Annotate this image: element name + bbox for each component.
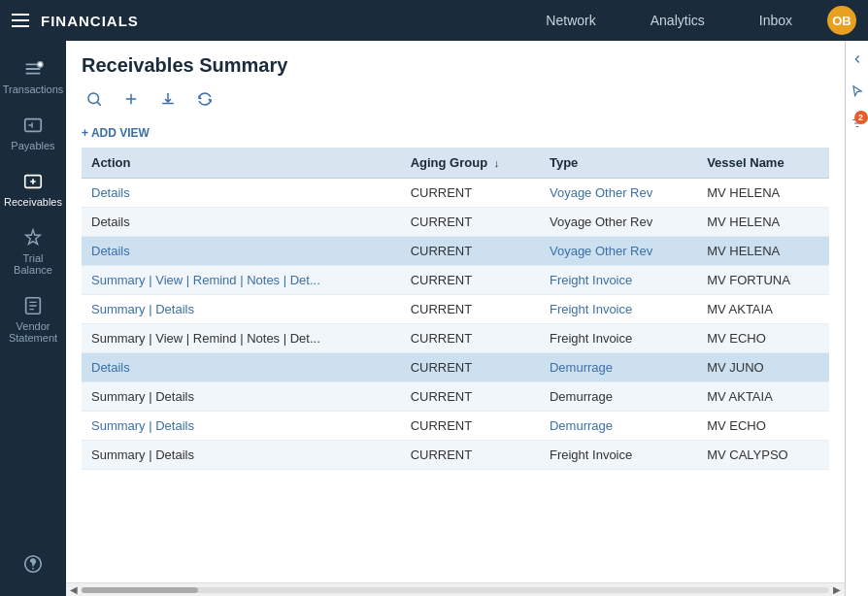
- type-cell: Freight Invoice: [540, 441, 697, 470]
- type-cell[interactable]: Freight Invoice: [540, 295, 697, 324]
- search-button[interactable]: [82, 86, 107, 112]
- aging-group-cell: CURRENT: [401, 237, 540, 266]
- nav-network[interactable]: Network: [518, 0, 622, 41]
- right-panel-expand[interactable]: [849, 49, 866, 73]
- vessel-name-cell: MV HELENA: [697, 179, 829, 208]
- table-row: Summary | DetailsCURRENTFreight InvoiceM…: [82, 295, 829, 324]
- svg-point-6: [88, 93, 99, 104]
- aging-group-cell: CURRENT: [401, 412, 540, 441]
- layout: Transactions Payables Receivables Trial …: [0, 41, 868, 596]
- vessel-name-cell: MV ECHO: [697, 412, 829, 441]
- table-container: Action Aging Group ↓ Type Vessel Name De…: [66, 148, 845, 582]
- add-view-bar: + ADD VIEW: [66, 121, 845, 148]
- sidebar-item-payables[interactable]: Payables: [0, 105, 66, 161]
- scroll-track[interactable]: [82, 587, 829, 593]
- type-cell[interactable]: Freight Invoice: [540, 266, 697, 295]
- right-panel-filter[interactable]: 2: [849, 113, 866, 137]
- hamburger-menu[interactable]: [12, 14, 29, 27]
- right-panel: 2: [845, 41, 868, 596]
- vessel-name-cell: MV ECHO: [697, 324, 829, 353]
- top-nav: FINANCIALS Network Analytics Inbox OB: [0, 0, 868, 41]
- vessel-name-cell: MV HELENA: [697, 208, 829, 237]
- action-cell[interactable]: Summary | Details: [82, 412, 401, 441]
- vessel-name-cell: MV CALYPSO: [697, 441, 829, 470]
- svg-rect-1: [25, 119, 42, 132]
- nav-analytics[interactable]: Analytics: [623, 0, 732, 41]
- download-button[interactable]: [155, 86, 181, 112]
- table-row: Summary | View | Remind | Notes | Det...…: [82, 324, 829, 353]
- sidebar-label-trial-balance: Trial Balance: [4, 252, 62, 276]
- aging-group-cell: CURRENT: [401, 382, 540, 412]
- sidebar-label-vendor-statement: Vendor Statement: [4, 320, 62, 344]
- page-header: Receivables Summary: [66, 41, 845, 121]
- vessel-name-cell: MV AKTAIA: [697, 382, 829, 412]
- right-panel-pointer[interactable]: [849, 81, 866, 105]
- sidebar-label-receivables: Receivables: [4, 196, 62, 208]
- vessel-name-cell: MV FORTUNA: [697, 266, 829, 295]
- type-cell[interactable]: Voyage Other Rev: [540, 237, 697, 266]
- col-type: Type: [540, 148, 697, 179]
- action-cell: Summary | View | Remind | Notes | Det...: [82, 324, 401, 353]
- type-cell: Voyage Other Rev: [540, 208, 697, 237]
- type-cell[interactable]: Demurrage: [540, 353, 697, 382]
- main-content: Receivables Summary + ADD VIEW: [66, 41, 845, 596]
- action-cell[interactable]: Summary | View | Remind | Notes | Det...: [82, 266, 401, 295]
- table-row: DetailsCURRENTVoyage Other RevMV HELENA: [82, 179, 829, 208]
- action-cell: Summary | Details: [82, 441, 401, 470]
- type-cell[interactable]: Demurrage: [540, 412, 697, 441]
- action-cell: Summary | Details: [82, 382, 401, 412]
- toolbar: [82, 86, 829, 112]
- vessel-name-cell: MV AKTAIA: [697, 295, 829, 324]
- col-aging-group[interactable]: Aging Group ↓: [401, 148, 540, 179]
- receivables-table: Action Aging Group ↓ Type Vessel Name De…: [82, 148, 829, 470]
- action-cell[interactable]: Details: [82, 353, 401, 382]
- bottom-scrollbar: ◀ ▶: [66, 582, 845, 596]
- add-view-link[interactable]: + ADD VIEW: [82, 126, 150, 140]
- scroll-right-arrow[interactable]: ▶: [833, 584, 841, 595]
- type-cell: Freight Invoice: [540, 324, 697, 353]
- table-row: Summary | DetailsCURRENTFreight InvoiceM…: [82, 441, 829, 470]
- aging-group-cell: CURRENT: [401, 441, 540, 470]
- scroll-thumb[interactable]: [82, 587, 198, 593]
- sidebar: Transactions Payables Receivables Trial …: [0, 41, 66, 596]
- table-row: DetailsCURRENTVoyage Other RevMV HELENA: [82, 208, 829, 237]
- svg-rect-10: [162, 103, 174, 105]
- sort-icon-aging: ↓: [494, 157, 500, 169]
- action-cell[interactable]: Details: [82, 237, 401, 266]
- scroll-left-arrow[interactable]: ◀: [70, 584, 78, 595]
- nav-links: Network Analytics Inbox: [518, 0, 819, 41]
- sidebar-bottom: [18, 544, 48, 584]
- svg-line-7: [97, 102, 100, 105]
- aging-group-cell: CURRENT: [401, 324, 540, 353]
- sidebar-item-transactions[interactable]: Transactions: [0, 49, 66, 105]
- col-vessel-name: Vessel Name: [697, 148, 829, 179]
- vessel-name-cell: MV HELENA: [697, 237, 829, 266]
- aging-group-cell: CURRENT: [401, 266, 540, 295]
- aging-group-cell: CURRENT: [401, 179, 540, 208]
- vessel-name-cell: MV JUNO: [697, 353, 829, 382]
- table-row: DetailsCURRENTVoyage Other RevMV HELENA: [82, 237, 829, 266]
- sidebar-item-receivables[interactable]: Receivables: [0, 161, 66, 217]
- add-button[interactable]: [118, 86, 144, 112]
- app-title: FINANCIALS: [41, 13, 518, 29]
- type-cell[interactable]: Voyage Other Rev: [540, 179, 697, 208]
- table-row: Summary | DetailsCURRENTDemurrageMV AKTA…: [82, 382, 829, 412]
- action-cell[interactable]: Summary | Details: [82, 295, 401, 324]
- action-cell[interactable]: Details: [82, 179, 401, 208]
- sidebar-item-vendor-statement[interactable]: Vendor Statement: [0, 285, 66, 353]
- sidebar-label-payables: Payables: [11, 140, 54, 151]
- aging-group-cell: CURRENT: [401, 353, 540, 382]
- type-cell: Demurrage: [540, 382, 697, 412]
- svg-point-5: [32, 568, 34, 570]
- aging-group-cell: CURRENT: [401, 208, 540, 237]
- col-action: Action: [82, 148, 401, 179]
- filter-badge: 2: [854, 111, 868, 124]
- page-title: Receivables Summary: [82, 54, 829, 77]
- nav-inbox[interactable]: Inbox: [732, 0, 819, 41]
- aging-group-cell: CURRENT: [401, 295, 540, 324]
- sidebar-item-trial-balance[interactable]: Trial Balance: [0, 217, 66, 285]
- refresh-button[interactable]: [192, 86, 217, 112]
- sidebar-item-help[interactable]: [18, 544, 48, 584]
- user-avatar[interactable]: OB: [827, 6, 856, 35]
- action-cell: Details: [82, 208, 401, 237]
